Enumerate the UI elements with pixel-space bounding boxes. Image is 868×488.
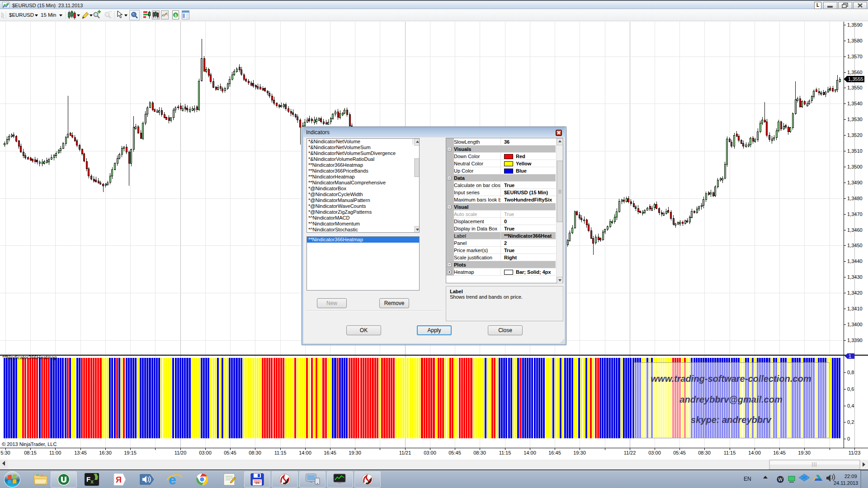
svg-text:15 Min: 15 Min [41,12,57,18]
svg-text:19:30: 19:30 [573,450,586,455]
svg-text:1,3460: 1,3460 [847,227,863,233]
svg-text:1,3555: 1,3555 [848,76,863,82]
svg-text:0,4: 0,4 [847,403,854,408]
svg-text:14:00: 14:00 [299,450,311,455]
svg-text:www.trading-software-collectio: www.trading-software-collection.com [651,374,811,384]
svg-text:08:30: 08:30 [698,450,711,455]
svg-text:1,3560: 1,3560 [847,70,863,75]
svg-text:0,6: 0,6 [847,386,854,392]
svg-text:andreybbrv@gmail.com: andreybbrv@gmail.com [679,394,782,404]
svg-text:$: $ [175,13,177,18]
svg-text:x: x [90,478,94,485]
svg-text:**Nindicator366Heatmap: **Nindicator366Heatmap [2,355,57,360]
svg-text:13:45: 13:45 [74,450,87,455]
svg-text:5:30: 5:30 [0,450,10,455]
svg-text:skype: andreybbrv: skype: andreybbrv [691,415,772,425]
svg-text:1,3390: 1,3390 [847,338,863,343]
svg-text:1: 1 [849,353,851,359]
svg-text:1,3420: 1,3420 [847,290,863,296]
svg-text:11/20: 11/20 [175,450,187,455]
svg-text:08:30: 08:30 [473,450,486,455]
svg-text:05:45: 05:45 [448,450,461,455]
svg-text:1,3530: 1,3530 [847,117,863,122]
svg-text:11/21: 11/21 [399,450,411,455]
svg-text:16:45: 16:45 [324,450,336,455]
svg-text:16:45: 16:45 [548,450,561,455]
svg-text:W: W [778,477,783,482]
svg-text:14:00: 14:00 [748,450,761,455]
svg-text:08:15: 08:15 [24,450,37,455]
svg-text:1,3430: 1,3430 [847,274,863,280]
svg-text:1,3570: 1,3570 [847,54,863,59]
svg-text:16:30: 16:30 [99,450,112,455]
svg-text:05:45: 05:45 [673,450,686,455]
svg-text:1,3410: 1,3410 [847,306,863,311]
svg-text:16:45: 16:45 [773,450,786,455]
svg-text:0,8: 0,8 [847,370,854,375]
svg-text:03:00: 03:00 [648,450,661,455]
svg-text:11/22: 11/22 [624,450,636,455]
svg-text:11/23: 11/23 [849,450,861,455]
svg-text:11:15: 11:15 [724,450,736,455]
svg-text:03:00: 03:00 [424,450,436,455]
svg-text:1,3500: 1,3500 [847,164,863,169]
svg-text:03:00: 03:00 [199,450,212,455]
svg-text:1,3400: 1,3400 [847,322,863,327]
svg-text:08:30: 08:30 [249,450,261,455]
svg-text:14:00: 14:00 [524,450,536,455]
svg-text:11:15: 11:15 [274,450,287,455]
svg-text:05:45: 05:45 [224,450,236,455]
svg-text:1,3510: 1,3510 [847,148,863,154]
svg-text:© 2013 NinjaTrader, LLC: © 2013 NinjaTrader, LLC [2,441,57,447]
svg-text:1,3590: 1,3590 [847,22,863,28]
svg-text:1,3580: 1,3580 [847,38,863,43]
svg-text:F: F [86,475,90,483]
svg-text:-64-: -64- [255,481,260,484]
svg-text:1,3490: 1,3490 [847,180,863,185]
svg-text:1,3470: 1,3470 [847,211,863,217]
svg-text:11:00: 11:00 [49,450,61,455]
svg-text:19:15: 19:15 [124,450,137,455]
svg-text:19:30: 19:30 [798,450,811,455]
svg-text:0: 0 [847,436,850,441]
svg-text:19:30: 19:30 [349,450,361,455]
svg-text:1,3440: 1,3440 [847,258,863,264]
svg-text:1,3450: 1,3450 [847,243,863,248]
svg-text:1,3520: 1,3520 [847,132,863,138]
svg-text:1,3480: 1,3480 [847,196,863,201]
svg-text:0,2: 0,2 [847,419,854,425]
svg-text:1,3540: 1,3540 [847,101,863,106]
svg-text:11:15: 11:15 [499,450,511,455]
svg-text:Я: Я [116,475,122,484]
svg-text:1,3550: 1,3550 [847,85,863,90]
svg-text:$EURUSD: $EURUSD [9,12,34,18]
